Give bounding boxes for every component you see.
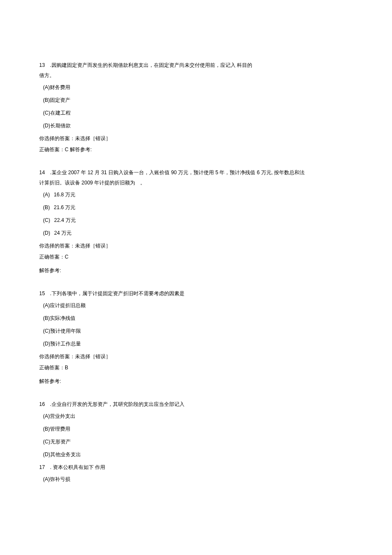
q15-option-c: (C)预计使用年限 <box>39 327 353 335</box>
spacer <box>39 388 353 400</box>
q16-stem-line1: 16 .企业自行开发的无形资产，其研究阶段的支出应当全部记入 <box>39 400 353 408</box>
q14-option-d: (D) 24 万元 <box>39 229 353 237</box>
q14-selected-answer: 你选择的答案：未选择［错误］ <box>39 242 353 250</box>
q13-option-a: (A)财务费用 <box>39 83 353 91</box>
q14-option-c: (C) 22.4 万元 <box>39 216 353 224</box>
q13-stem-line2: 借方。 <box>39 72 353 79</box>
q16-option-c: (C)无形资产 <box>39 438 353 446</box>
q15-stem-line1: 15 .下列各项中，属于计提固定资产折旧时不需要考虑的因素是 <box>39 290 353 297</box>
q13-option-c: (C)在建工程 <box>39 109 353 117</box>
q13-correct-answer: 正确答案：C 解答参考: <box>39 146 353 153</box>
spacer <box>39 157 353 169</box>
q16-option-a: (A)营业外支出 <box>39 412 353 420</box>
q14-explain: 解答参考: <box>39 267 353 274</box>
q16-option-b: (B)管理费用 <box>39 425 353 433</box>
q14-option-b: (B) 21.6 万元 <box>39 204 353 211</box>
q13-stem-line1: 13 .因购建固定资产而发生的长期借款利息支出，在固定资产尚未交付使用前，应记入… <box>39 61 353 69</box>
q14-correct-answer: 正确答案：C <box>39 253 353 261</box>
document-page: 13 .因购建固定资产而发生的长期借款利息支出，在固定资产尚未交付使用前，应记入… <box>0 0 392 514</box>
q13-option-d: (D)长期借款 <box>39 122 353 129</box>
q15-option-d: (D)预计工作总量 <box>39 340 353 348</box>
q13-selected-answer: 你选择的答案：未选择［错误］ <box>39 135 353 142</box>
q15-explain: 解答参考: <box>39 377 353 385</box>
q13-option-b: (B)固定资产 <box>39 96 353 104</box>
spacer <box>39 278 353 290</box>
q14-stem-line1: 14 .某企业 2007 年 12 月 31 日购入设备一台，入账价值 90 万… <box>39 169 353 176</box>
q15-correct-answer: 正确答案：B <box>39 364 353 371</box>
q16-option-d: (D)其他业务支出 <box>39 451 353 458</box>
q15-option-b: (B)实际净残值 <box>39 314 353 322</box>
q15-selected-answer: 你选择的答案：未选择［错误］ <box>39 353 353 360</box>
q17-option-a: (A)弥补亏损 <box>39 475 353 483</box>
q14-option-a: (A) 16.8 万元 <box>39 191 353 198</box>
q15-option-a: (A)应计提折旧总额 <box>39 302 353 309</box>
q14-stem-line2: 计算折旧。该设备 2009 年计提的折旧额为 。 <box>39 179 353 187</box>
q17-stem-line1: 17 . 资本公积具有如下 作用 <box>39 463 353 471</box>
